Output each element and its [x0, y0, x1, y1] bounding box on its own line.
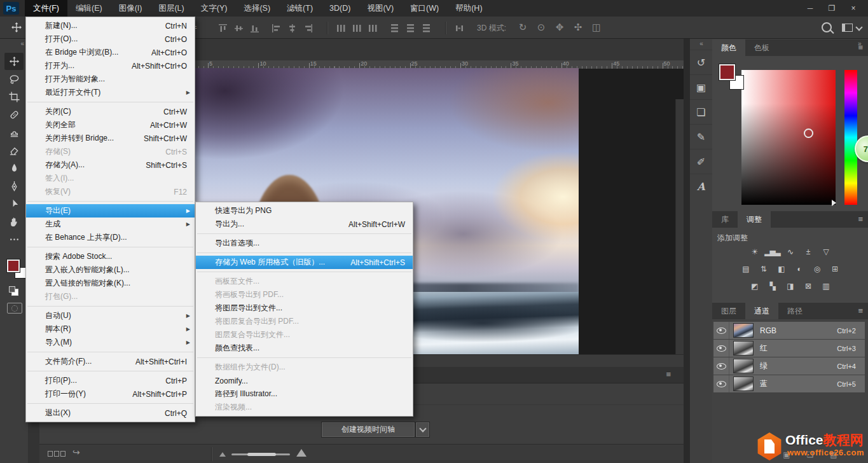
menubar-item[interactable]: 文件(F) [25, 0, 67, 17]
black-white-icon[interactable]: ◧ [774, 263, 789, 275]
menu-item[interactable]: 生成▶ [26, 218, 195, 231]
visibility-toggle[interactable] [713, 357, 729, 375]
blur-tool[interactable] [4, 160, 24, 177]
panel-foreground-swatch[interactable] [719, 64, 736, 81]
expand-panel-icon[interactable]: » [858, 40, 861, 47]
menubar-item[interactable]: 滤镜(T) [279, 0, 321, 17]
menu-item[interactable]: 将图层导出到文件... [196, 301, 413, 315]
menu-item[interactable]: 退出(X)Ctrl+Q [26, 406, 195, 420]
channels-tab-2[interactable]: 路径 [778, 303, 811, 319]
close-icon[interactable]: × [843, 0, 864, 17]
channel-row-绿[interactable]: 绿Ctrl+4 [713, 357, 865, 375]
align-right-icon[interactable] [303, 23, 313, 34]
color-tab-1[interactable]: 色板 [745, 39, 778, 56]
brush-settings-panel-icon[interactable]: ✐ [690, 149, 712, 174]
menubar-item[interactable]: 3D(D) [321, 0, 359, 17]
menu-item[interactable]: 导出为...Alt+Shift+Ctrl+W [196, 218, 413, 231]
menu-item[interactable]: 置入链接的智能对象(K)... [26, 277, 195, 290]
visibility-toggle[interactable] [713, 322, 729, 339]
info-panel-icon[interactable]: ❏ [690, 99, 712, 124]
channels-tab-1[interactable]: 通道 [745, 303, 778, 319]
history-panel-icon[interactable]: ↺ [690, 50, 712, 74]
align-top-icon[interactable] [217, 23, 228, 34]
panel-menu-icon[interactable]: ≡ [858, 306, 863, 315]
menubar-item[interactable]: 视图(V) [359, 0, 402, 17]
channel-row-红[interactable]: 红Ctrl+3 [713, 340, 865, 357]
menu-item[interactable]: 自动(U)▶ [26, 309, 195, 322]
menu-item[interactable]: 文件简介(F)...Alt+Shift+Ctrl+I [26, 355, 195, 368]
minimize-icon[interactable]: ─ [799, 0, 821, 17]
menu-item[interactable]: 颜色查找表... [196, 342, 413, 355]
align-left-icon[interactable] [271, 23, 282, 34]
brightness-contrast-icon[interactable]: ☀ [747, 245, 762, 258]
align-bottom-icon[interactable] [249, 23, 260, 34]
color-field-marker[interactable] [804, 128, 813, 138]
more-tools[interactable] [4, 231, 24, 248]
visibility-toggle[interactable] [713, 375, 729, 392]
menu-item[interactable]: 快速导出为 PNG [196, 204, 413, 218]
default-colors-icon[interactable] [11, 289, 18, 296]
eraser-tool[interactable] [4, 142, 24, 159]
lasso-tool[interactable] [4, 71, 24, 88]
workspace-switcher-icon[interactable] [842, 24, 853, 32]
render-export-icon[interactable]: ↪ [72, 447, 80, 457]
gradient-map-icon[interactable]: ▥ [818, 280, 833, 292]
menu-item[interactable]: 打开(O)...Ctrl+O [26, 32, 195, 46]
menubar-item[interactable]: 窗口(W) [402, 0, 447, 17]
brushes-panel-icon[interactable]: ✎ [690, 124, 712, 149]
dist-hcenter-icon[interactable] [405, 23, 416, 34]
timeline-mode-dropdown[interactable] [415, 422, 430, 438]
3d-roll-icon[interactable]: ⊙ [535, 22, 548, 33]
menu-item[interactable]: 关闭并转到 Bridge...Shift+Ctrl+W [26, 132, 195, 145]
menu-item[interactable]: 打印一份(Y)Alt+Shift+Ctrl+P [26, 387, 195, 401]
menu-item[interactable]: 置入嵌入的智能对象(L)... [26, 263, 195, 277]
vibrance-icon[interactable]: ▽ [818, 245, 833, 258]
color-field[interactable] [741, 70, 836, 205]
menu-item[interactable]: 在 Behance 上共享(D)... [26, 231, 195, 244]
menu-item[interactable]: 导出首选项... [196, 237, 413, 250]
dist-vcenter-icon[interactable] [352, 23, 362, 34]
quick-mask-icon[interactable] [7, 303, 22, 314]
frames-icon[interactable] [48, 451, 65, 457]
adjustments-tab-0[interactable]: 库 [712, 211, 738, 228]
restore-icon[interactable]: ❐ [821, 0, 843, 17]
channels-tab-0[interactable]: 图层 [712, 303, 745, 319]
3d-slide-icon[interactable]: ✣ [572, 22, 584, 33]
selective-color-icon[interactable]: ⊠ [801, 280, 815, 292]
menu-item[interactable]: 导入(M)▶ [26, 336, 195, 349]
dist-right-icon[interactable] [421, 23, 432, 34]
menu-item[interactable]: 打开为智能对象... [26, 73, 195, 86]
menu-item[interactable]: 在 Bridge 中浏览(B)...Alt+Ctrl+O [26, 46, 195, 59]
menubar-item[interactable]: 文字(Y) [193, 0, 236, 17]
channel-row-蓝[interactable]: 蓝Ctrl+5 [713, 375, 865, 392]
dist-bottom-icon[interactable] [368, 23, 378, 34]
menubar-item[interactable]: 图像(I) [111, 0, 151, 17]
3d-pan-icon[interactable]: ✥ [553, 22, 566, 33]
pen-tool[interactable] [4, 177, 24, 195]
character-panel-icon[interactable]: A [690, 174, 712, 198]
menu-item[interactable]: Zoomify... [196, 374, 413, 387]
menubar-item[interactable]: 图层(L) [150, 0, 192, 17]
move-tool[interactable] [4, 53, 24, 70]
menu-item[interactable]: 关闭(C)Ctrl+W [26, 105, 195, 118]
healing-brush-tool[interactable] [4, 106, 24, 123]
menu-item[interactable]: 最近打开文件(T)▶ [26, 86, 195, 99]
clone-stamp-tool[interactable] [4, 124, 24, 141]
visibility-toggle[interactable] [713, 340, 729, 357]
menu-item[interactable]: 存储为(A)...Shift+Ctrl+S [26, 158, 195, 172]
path-select-tool[interactable] [4, 195, 24, 212]
levels-icon[interactable]: ▂▅▃ [765, 245, 780, 258]
timeline-zoom-slider[interactable] [231, 453, 290, 455]
foreground-color-swatch[interactable] [6, 259, 20, 273]
dist-left-icon[interactable] [389, 23, 400, 34]
panel-menu-icon[interactable]: ≡ [666, 370, 671, 379]
3d-camera-icon[interactable]: ◫ [590, 22, 603, 33]
exposure-icon[interactable]: ± [801, 245, 815, 258]
color-lookup-icon[interactable]: ⊞ [827, 263, 842, 275]
crop-tool[interactable] [4, 88, 24, 106]
hand-tool[interactable] [4, 213, 24, 230]
threshold-icon[interactable]: ◨ [783, 280, 797, 292]
channel-row-rgb[interactable]: RGBCtrl+2 [713, 322, 865, 339]
photo-filter-icon[interactable]: ◐ [792, 263, 806, 275]
menubar-item[interactable]: 编辑(E) [67, 0, 111, 17]
